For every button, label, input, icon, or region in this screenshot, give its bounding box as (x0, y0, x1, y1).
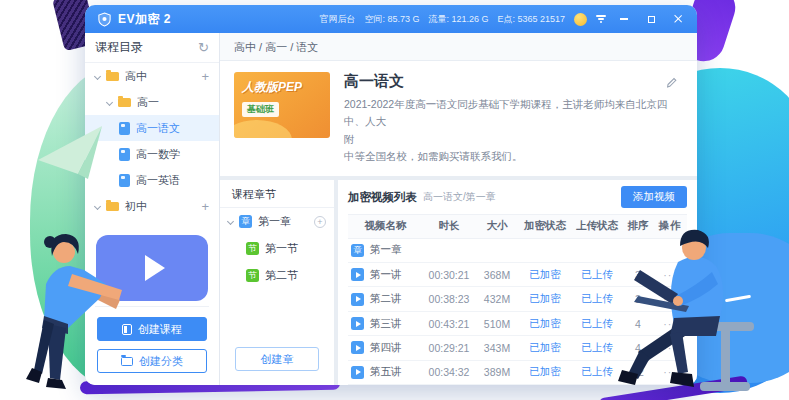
section-item[interactable]: 节 第二节 (220, 262, 334, 289)
breadcrumb[interactable]: 高中 / 高一 / 语文 (220, 33, 697, 61)
encrypt-status-link[interactable]: 已加密 (519, 292, 571, 306)
main-content: 高中 / 高一 / 语文 人教版PEP 基础班 高一语文 (220, 33, 697, 385)
course-title: 高一语文 (344, 72, 404, 91)
table-row[interactable]: 第五讲 00:34:32 389M 已加密 已上传 12 ··· (348, 361, 687, 385)
sidebar-header: 课程目录 ↻ (85, 33, 219, 63)
add-video-button[interactable]: 添加视频 (621, 186, 687, 208)
course-directory-sidebar: 课程目录 ↻ 高中 + 高一 (85, 33, 220, 385)
upload-status-link[interactable]: 已上传 (571, 341, 623, 355)
course-info-panel: 人教版PEP 基础班 高一语文 2021-2022年度高一语文同步基础下学期课程… (220, 61, 697, 176)
upload-status-link[interactable]: 已上传 (571, 292, 623, 306)
network-signal-icon (596, 15, 606, 23)
table-row[interactable]: 第四讲 00:29:21 343M 已加密 已上传 4 ··· (348, 336, 687, 360)
folder-icon (106, 202, 119, 211)
refresh-icon[interactable]: ↻ (198, 41, 209, 54)
user-avatar[interactable] (574, 13, 587, 26)
course-description: 2021-2022年度高一语文同步基础下学期课程，主讲老师均来自北京四中、人大 … (344, 96, 683, 165)
video-duration: 00:34:32 (423, 366, 475, 378)
upload-status-link[interactable]: 已上传 (571, 365, 623, 379)
encrypt-status-link[interactable]: 已加密 (519, 365, 571, 379)
encrypt-status-link[interactable]: 已加密 (519, 341, 571, 355)
sidebar-item-chuzhong[interactable]: 初中 + (85, 193, 219, 219)
course-book-icon (119, 174, 130, 187)
table-row[interactable]: 第一讲 00:30:21 368M 已加密 已上传 3 ··· (348, 263, 687, 287)
chevron-down-icon (227, 218, 234, 225)
video-name: 第五讲 (370, 365, 402, 379)
upload-status-link[interactable]: 已上传 (571, 317, 623, 331)
play-icon (145, 255, 165, 281)
row-more-button[interactable]: ··· (653, 269, 687, 281)
video-duration: 00:29:21 (423, 342, 475, 354)
stat-backend-link[interactable]: 官网后台 (319, 13, 355, 26)
video-list-title: 加密视频列表 (348, 190, 417, 205)
add-category-icon[interactable]: + (201, 200, 209, 213)
group-row-label: 第一章 (370, 243, 402, 257)
video-preview-play-button[interactable] (96, 235, 208, 301)
create-course-button[interactable]: 创建课程 (97, 317, 207, 341)
maximize-button[interactable] (642, 11, 660, 27)
create-category-button[interactable]: 创建分类 (97, 349, 207, 373)
tree-item-label: 高一数学 (136, 147, 180, 162)
chapter-item[interactable]: 章 第一章 + (220, 208, 334, 235)
sidebar-item-gaoyi[interactable]: 高一 (85, 89, 219, 115)
table-row[interactable]: 第三讲 00:43:21 510M 已加密 已上传 4 ··· (348, 312, 687, 336)
video-name: 第一讲 (370, 268, 402, 282)
book-icon (122, 324, 132, 335)
chapters-panel: 课程章节 章 第一章 + 节 第一节 节 第 (220, 180, 334, 385)
course-info: 高一语文 2021-2022年度高一语文同步基础下学期课程，主讲老师均来自北京四… (344, 72, 683, 165)
description-line: 中等全国名校，如需购买请联系我们。 (344, 150, 523, 162)
tree-item-label: 高一英语 (136, 173, 180, 188)
table-group-row[interactable]: 章 第一章 (348, 239, 687, 263)
video-order: 4 (623, 318, 653, 330)
app-title: EV加密 2 (118, 11, 171, 28)
cover-title-text: 人教版PEP (242, 79, 322, 96)
titlebar-right: 官网后台 空间: 85.73 G 流量: 121.26 G E点: 5365 2… (319, 11, 687, 27)
tree-item-label: 高一语文 (136, 121, 180, 136)
row-more-button[interactable]: ··· (653, 342, 687, 354)
description-line: 附 (344, 133, 355, 145)
folder-icon (106, 72, 119, 81)
sidebar-title: 课程目录 (95, 39, 143, 56)
table-header-row: 视频名称 时长 大小 加密状态 上传状态 排序 操作 (348, 214, 687, 238)
chapters-header: 课程章节 (220, 180, 334, 208)
folder-outline-icon (121, 357, 133, 366)
row-more-button[interactable]: ··· (653, 366, 687, 378)
section-item[interactable]: 节 第一节 (220, 235, 334, 262)
encrypt-status-link[interactable]: 已加密 (519, 317, 571, 331)
create-course-label: 创建课程 (138, 322, 182, 337)
course-book-icon (119, 148, 130, 161)
close-button[interactable] (669, 11, 687, 27)
video-size: 389M (475, 366, 519, 378)
create-category-label: 创建分类 (139, 354, 183, 369)
video-list-header: 加密视频列表 高一语文/第一章 添加视频 (348, 180, 687, 214)
video-list-subtitle: 高一语文/第一章 (423, 190, 496, 204)
tree-item-label: 高中 (125, 69, 147, 84)
encrypt-status-link[interactable]: 已加密 (519, 268, 571, 282)
table-row[interactable]: 第二讲 00:38:23 432M 已加密 已上传 3 ··· (348, 287, 687, 311)
video-duration: 00:30:21 (423, 269, 475, 281)
video-size: 432M (475, 293, 519, 305)
create-chapter-button[interactable]: 创建章 (235, 347, 319, 371)
titlebar: EV加密 2 官网后台 空间: 85.73 G 流量: 121.26 G E点:… (85, 5, 697, 33)
add-section-icon[interactable]: + (314, 216, 326, 228)
chapter-badge-icon: 章 (351, 244, 364, 257)
row-more-button[interactable]: ··· (653, 318, 687, 330)
column-header-upload: 上传状态 (571, 219, 623, 233)
edit-course-icon[interactable] (665, 75, 679, 89)
row-more-button[interactable]: ··· (653, 293, 687, 305)
sidebar-item-gaoyi-yingyu[interactable]: 高一英语 (85, 167, 219, 193)
minimize-button[interactable] (615, 11, 633, 27)
video-size: 510M (475, 318, 519, 330)
course-cover-image: 人教版PEP 基础班 (234, 72, 330, 138)
add-category-icon[interactable]: + (201, 70, 209, 83)
chevron-down-icon (94, 202, 101, 209)
video-size: 343M (475, 342, 519, 354)
lower-panels: 课程章节 章 第一章 + 节 第一节 节 第 (220, 180, 697, 385)
sidebar-item-gaoyi-shuxue[interactable]: 高一数学 (85, 141, 219, 167)
sidebar-item-gaozhong[interactable]: 高中 + (85, 63, 219, 89)
video-name: 第四讲 (370, 341, 402, 355)
app-body: 课程目录 ↻ 高中 + 高一 (85, 33, 697, 385)
sidebar-item-gaoyi-yuwen[interactable]: 高一语文 (85, 115, 219, 141)
upload-status-link[interactable]: 已上传 (571, 268, 623, 282)
video-play-icon (351, 317, 364, 330)
